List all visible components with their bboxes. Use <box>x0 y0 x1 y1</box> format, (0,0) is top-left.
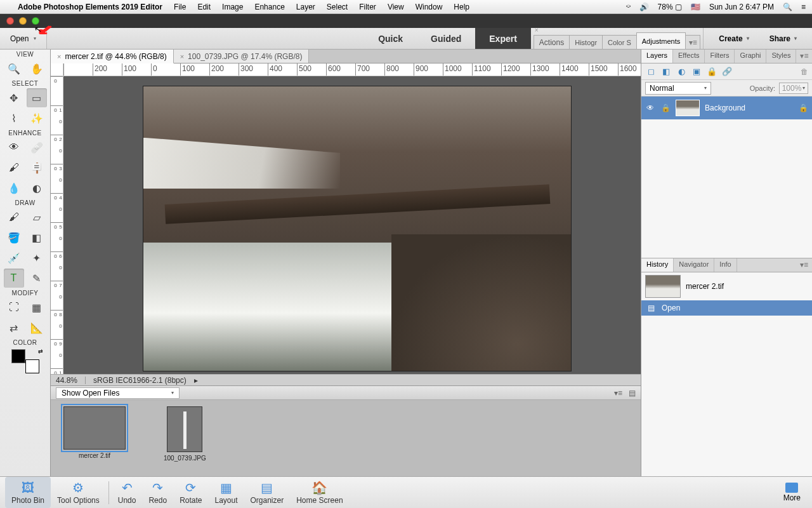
panel-tab-navigator[interactable]: Navigator <box>674 258 714 272</box>
menu-enhance[interactable]: Enhance <box>254 3 284 11</box>
menu-select[interactable]: Select <box>327 3 348 11</box>
swap-colors-icon[interactable]: ⇄ <box>38 348 43 354</box>
mode-quick[interactable]: Quick <box>364 28 417 49</box>
app-name[interactable]: Adobe Photoshop Elements 2019 Editor <box>18 3 162 11</box>
ruler-origin[interactable] <box>51 64 63 76</box>
panel-tab-info[interactable]: Info <box>714 258 737 272</box>
panel-tab-filters[interactable]: Filters <box>705 50 735 63</box>
gradient-tool[interactable]: ◧ <box>27 228 47 247</box>
close-tab-icon[interactable]: × <box>180 53 184 60</box>
tool-options-button[interactable]: ⚙Tool Options <box>51 477 106 508</box>
bin-grid-icon[interactable]: ▤ <box>629 389 636 398</box>
photo-bin-button[interactable]: 🖼Photo Bin <box>5 477 51 508</box>
mode-guided[interactable]: Guided <box>417 28 475 49</box>
marquee-tool[interactable]: ▭ <box>27 88 47 107</box>
organizer-button[interactable]: ▤Organizer <box>244 477 291 508</box>
menu-image[interactable]: Image <box>222 3 243 11</box>
redo-button[interactable]: ↷Redo <box>142 477 173 508</box>
foreground-color-swatch[interactable] <box>11 349 25 363</box>
volume-icon[interactable]: 🔊 <box>639 3 649 11</box>
recompose-tool[interactable]: ▦ <box>27 298 47 317</box>
rotate-button[interactable]: ⟳Rotate <box>173 477 208 508</box>
move-tool[interactable]: ✥ <box>4 88 24 107</box>
zoom-level[interactable]: 44.8% <box>56 376 77 385</box>
battery-status[interactable]: 78% ▢ <box>658 3 682 11</box>
opacity-input[interactable]: 100%▾ <box>779 83 808 94</box>
layer-thumbnail[interactable] <box>676 100 700 116</box>
lock-icon[interactable]: 🔒 <box>660 104 671 112</box>
window-minimize-button[interactable] <box>19 17 27 25</box>
menu-layer[interactable]: Layer <box>296 3 315 11</box>
layer-name[interactable]: Background <box>705 104 794 112</box>
brush-tool[interactable]: 🖌 <box>4 208 24 227</box>
undo-button[interactable]: ↶Undo <box>112 477 143 508</box>
content-aware-tool[interactable]: ⇄ <box>4 318 24 337</box>
ruler-vertical[interactable]: 01 0 02 0 03 0 04 0 05 0 06 0 07 0 08 0 … <box>51 76 63 374</box>
panel-tab-history[interactable]: History <box>641 258 674 272</box>
menu-icon[interactable]: ≡ <box>801 3 806 11</box>
window-close-button[interactable] <box>6 17 14 25</box>
layout-button[interactable]: ▦Layout <box>208 477 244 508</box>
clone-stamp-tool[interactable]: 🪧 <box>27 158 47 177</box>
blur-tool[interactable]: 💧 <box>4 178 24 197</box>
paint-bucket-tool[interactable]: 🪣 <box>4 228 24 247</box>
document-tab-2[interactable]: ×100_0739.JPG @ 17.4% (RGB/8) <box>174 50 310 63</box>
panel-tab-effects[interactable]: Effects <box>673 50 705 63</box>
mode-expert[interactable]: Expert <box>475 28 531 49</box>
create-button[interactable]: Create▾ <box>709 34 759 43</box>
ruler-horizontal[interactable]: 2001000100200300400500600700800900100011… <box>63 64 641 76</box>
history-snapshot[interactable]: mercer 2.tif <box>641 272 812 300</box>
smart-brush-tool[interactable]: 🖌 <box>4 158 24 177</box>
eyedropper-tool[interactable]: 💉 <box>4 248 24 267</box>
history-step-open[interactable]: ▤ Open <box>641 300 812 316</box>
panel-tab-graphics[interactable]: Graphi <box>735 50 766 63</box>
new-layer-icon[interactable]: ◻ <box>645 66 657 77</box>
home-screen-button[interactable]: 🏠Home Screen <box>290 477 349 508</box>
clock[interactable]: Sun Jun 2 6:47 PM <box>709 3 774 11</box>
crop-tool[interactable]: ⛶ <box>4 298 24 317</box>
close-tab-icon[interactable]: × <box>57 53 61 60</box>
redeye-tool[interactable]: 👁 <box>4 138 24 157</box>
link-layers-icon[interactable]: 🔗 <box>721 66 733 77</box>
sponge-tool[interactable]: ◐ <box>27 178 47 197</box>
canvas-background[interactable] <box>63 76 641 374</box>
photo-bin-dropdown[interactable]: Show Open Files▾ <box>56 387 180 399</box>
flag-icon[interactable]: 🇺🇸 <box>691 3 700 11</box>
photo-bin-thumb-1[interactable]: mercer 2.tif <box>63 406 126 459</box>
pencil-tool[interactable]: ✎ <box>27 269 47 288</box>
menu-file[interactable]: File <box>174 3 186 11</box>
lasso-tool[interactable]: ⌇ <box>4 109 24 128</box>
eraser-tool[interactable]: ▱ <box>27 208 47 227</box>
spotlight-icon[interactable]: 🔍 <box>783 3 792 11</box>
menu-window[interactable]: Window <box>416 3 443 11</box>
status-arrow-icon[interactable]: ▸ <box>194 376 198 385</box>
window-maximize-button[interactable] <box>32 17 39 25</box>
history-menu-icon[interactable]: ▾≡ <box>796 258 812 272</box>
open-button[interactable]: Open▾ <box>0 28 47 49</box>
share-button[interactable]: Share▾ <box>759 34 807 43</box>
blend-mode-dropdown[interactable]: Normal▾ <box>645 82 711 95</box>
visibility-icon[interactable]: 👁 <box>645 104 655 112</box>
photo-bin-thumb-2[interactable]: 100_0739.JPG <box>164 406 206 462</box>
background-color-swatch[interactable] <box>25 359 39 373</box>
panel-tab-layers[interactable]: Layers <box>641 50 673 63</box>
menu-filter[interactable]: Filter <box>359 3 376 11</box>
tab-adjustments[interactable]: Adjustments <box>636 32 686 49</box>
layer-mask-icon[interactable]: ▣ <box>691 66 702 77</box>
canvas-image[interactable] <box>143 86 571 371</box>
spot-heal-tool[interactable]: 🩹 <box>27 138 47 157</box>
panel-tab-styles[interactable]: Styles <box>766 50 796 63</box>
tab-histogram[interactable]: Histogr <box>569 35 603 49</box>
shape-tool[interactable]: ✦ <box>27 248 47 267</box>
magic-wand-tool[interactable]: ✨ <box>27 109 47 128</box>
lock-layer-icon[interactable]: 🔒 <box>706 66 717 77</box>
adjustment-layer-icon[interactable]: ◐ <box>676 66 687 77</box>
menu-help[interactable]: Help <box>454 3 469 11</box>
hand-tool[interactable]: ✋ <box>27 59 47 78</box>
wifi-icon[interactable]: ⌔ <box>626 3 631 11</box>
more-button[interactable]: More <box>777 483 807 502</box>
straighten-tool[interactable]: 📐 <box>27 318 47 337</box>
color-profile[interactable]: sRGB IEC61966-2.1 (8bpc) <box>93 376 187 385</box>
tab-menu-icon[interactable]: ▾≡ <box>685 35 700 49</box>
document-tab-1[interactable]: ×mercer 2.tif @ 44.8% (RGB/8) <box>51 50 174 64</box>
